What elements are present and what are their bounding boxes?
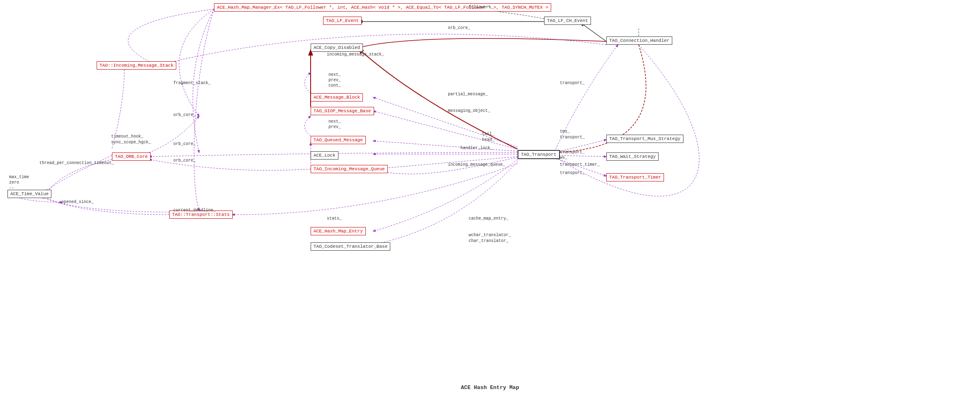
label-head: head_ bbox=[482, 138, 494, 142]
node-tao-incoming-message-queue: TAO_Incoming_Message_Queue bbox=[311, 165, 388, 173]
node-ace-lock: ACE_Lock bbox=[311, 151, 338, 160]
node-ace-message-block: ACE_Message_Block bbox=[311, 93, 363, 102]
label-orb-core-3: orb_core_ bbox=[173, 142, 196, 146]
label-followers: followers_ bbox=[469, 5, 494, 10]
label-char-translator: char_translator_ bbox=[469, 239, 508, 243]
svg-line-8 bbox=[373, 111, 518, 149]
node-ace-time-value: ACE_Time_Value bbox=[7, 190, 51, 198]
label-dashes: -- bbox=[9, 186, 14, 190]
label-sync-scope: sync_scope_hgck_ bbox=[111, 140, 151, 145]
node-tao-incoming-message-stack: TAO::Incoming_Message_Stack bbox=[97, 61, 176, 70]
label-zero: zero bbox=[9, 180, 19, 185]
node-tao-queued-message: TAO_Queued_Message bbox=[311, 136, 366, 144]
label-prev-2: prev_ bbox=[328, 125, 341, 129]
node-tao-codeset-translator-base: TAO_Codeset_Translator_Base bbox=[311, 242, 390, 251]
label-stats: stats_ bbox=[327, 216, 342, 221]
label-orb-core-4: orb_core_ bbox=[173, 158, 196, 163]
label-thread-per-connection: thread_per_connection_timeout_ bbox=[39, 161, 114, 165]
label-orb-core-1: orb_core_ bbox=[448, 26, 470, 30]
node-ace-copy-disabled: ACE_Copy_Disabled bbox=[311, 44, 363, 52]
node-ace-hash-map-entry: ACE_Hash_Map_Entry bbox=[311, 227, 366, 235]
node-tao-transport: TAO_Transport bbox=[518, 150, 560, 159]
label-current-deadline: current_deadline_ bbox=[173, 208, 216, 213]
label-prev-1: prev_ bbox=[328, 78, 341, 82]
label-transport-4: transport_ bbox=[560, 171, 585, 175]
label-fragment-stack: fragment_stack_ bbox=[173, 81, 211, 85]
node-tao-lf-ch-event: TAO_LF_CH_Event bbox=[544, 17, 591, 25]
label-timeout-hook: timeout_hook_ bbox=[111, 134, 143, 139]
label-transport-2: transport_ bbox=[560, 135, 585, 140]
label-ws: ws_ bbox=[560, 155, 567, 160]
legend: ACE Hash Entry Map bbox=[461, 384, 519, 391]
label-opened-since: opened_since_ bbox=[61, 200, 94, 204]
svg-line-1 bbox=[581, 23, 606, 41]
label-tail: tail_ bbox=[482, 132, 494, 136]
label-wchar-translator: wchar_translator_ bbox=[469, 233, 511, 237]
svg-line-7 bbox=[373, 141, 518, 151]
node-tao-wait-strategy: TAO_Wait_Strategy bbox=[606, 152, 659, 161]
label-incoming-msg-stack: incoming_message_stack_ bbox=[327, 52, 384, 57]
label-partial-message: partial_message_ bbox=[448, 92, 488, 97]
node-tao-transport-mux-strategy: TAO_Transport_Mux_Strategy bbox=[606, 135, 683, 143]
node-ace-hash-map-manager-ex: ACE_Hash_Map_Manager_Ex< TAO_LF_Follower… bbox=[214, 3, 551, 12]
label-next-2: next_ bbox=[328, 119, 341, 124]
label-transport-1: transport_ bbox=[560, 81, 585, 85]
diagram-container: ACE_Hash_Map_Manager_Ex< TAO_LF_Follower… bbox=[0, 0, 980, 399]
label-next-1: next_ bbox=[328, 73, 341, 77]
node-tao-giop-message-base: TAO_GIOP_Message_Base bbox=[311, 107, 374, 115]
svg-line-9 bbox=[373, 97, 518, 147]
label-messaging-object: messaging_object_ bbox=[448, 109, 490, 113]
label-transport-timer: transport_timer_ bbox=[560, 162, 600, 167]
edges-svg bbox=[0, 0, 980, 399]
label-handler-lock: handler_lock_ bbox=[460, 146, 493, 150]
node-tao-connection-handler: TAO_Connection_Handler bbox=[606, 36, 672, 45]
label-transport-3: transport_ bbox=[560, 150, 585, 155]
node-tao-orb-core: TAO_ORB_Core bbox=[112, 152, 151, 161]
label-orb-core-2: orb_core_ bbox=[173, 113, 196, 117]
label-incoming-msg-queue: incoming_message_queue_ bbox=[448, 162, 505, 167]
label-cache-map-entry: cache_map_entry_ bbox=[469, 216, 508, 221]
label-tms: tms_ bbox=[560, 129, 570, 134]
label-max-time: max_time bbox=[9, 175, 29, 179]
node-tao-transport-timer: TAO_Transport_Timer bbox=[606, 173, 664, 181]
node-tao-lf-event: TAO_LF_Event bbox=[323, 17, 362, 25]
label-cont: cont_ bbox=[328, 83, 341, 88]
